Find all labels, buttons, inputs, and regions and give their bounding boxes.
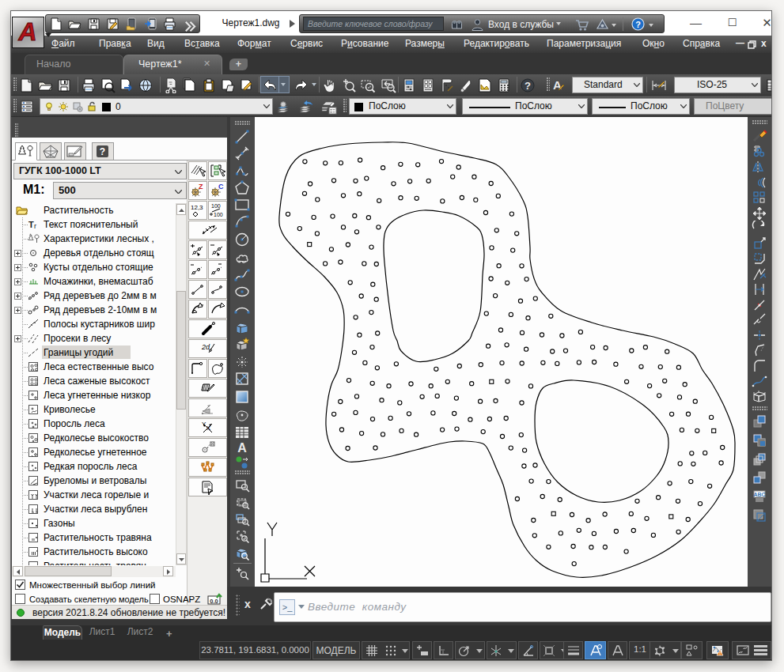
svg-text:A: A [553, 78, 562, 92]
svg-text:100: 100 [214, 212, 223, 217]
svg-text:Z: Z [199, 183, 203, 191]
svg-text:r: r [34, 222, 36, 230]
svg-text:100: 100 [211, 203, 221, 209]
svg-text:0.0: 0.0 [210, 598, 218, 605]
svg-text:Y: Y [202, 421, 206, 428]
svg-text:A: A [17, 17, 36, 46]
svg-text:12,3: 12,3 [191, 204, 203, 211]
svg-text:?: ? [635, 20, 641, 29]
svg-text:ABC: ABC [753, 492, 765, 497]
svg-text:2d: 2d [201, 343, 210, 351]
svg-text:C: C [218, 183, 224, 191]
svg-text:?: ? [100, 146, 105, 157]
svg-text:A: A [237, 441, 247, 455]
svg-text:X: X [206, 425, 211, 432]
svg-text:T: T [28, 220, 34, 229]
svg-text:?: ? [525, 80, 531, 92]
